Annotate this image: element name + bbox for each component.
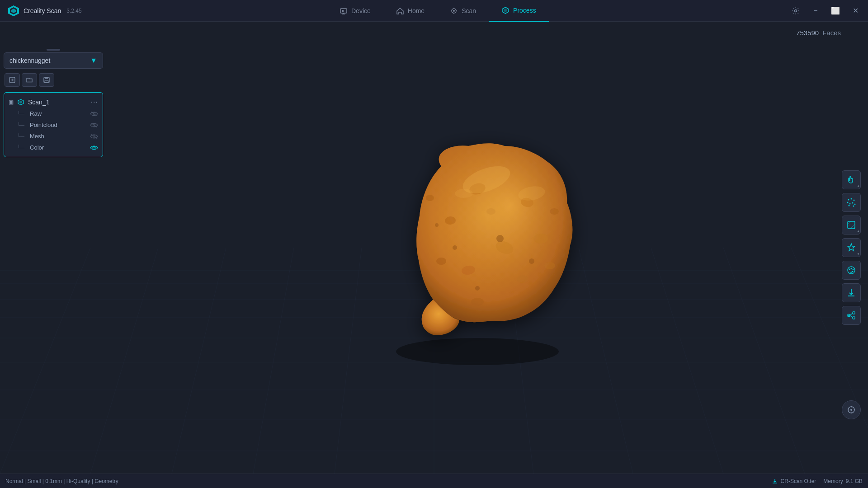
reset-view-button[interactable] — [842, 400, 861, 419]
panel-expand-handle[interactable] — [47, 49, 60, 51]
svg-marker-68 — [19, 101, 22, 103]
tree-item-pointcloud[interactable]: └─ Pointcloud — [4, 119, 103, 131]
project-dropdown[interactable]: chickennugget ▼ — [4, 52, 103, 69]
svg-point-82 — [852, 202, 854, 204]
titlebar-right: − ⬜ ✕ — [787, 2, 868, 20]
tab-process-label: Process — [513, 7, 536, 14]
svg-point-77 — [848, 199, 849, 201]
minimize-button[interactable]: − — [807, 2, 825, 20]
svg-point-90 — [853, 269, 854, 270]
status-text: Normal | Small | 0.1mm | Hi-Quality | Ge… — [5, 478, 118, 484]
close-button[interactable]: ✕ — [846, 2, 864, 20]
svg-point-91 — [852, 271, 854, 272]
tree-item-color[interactable]: └─ Color — [4, 142, 103, 153]
3d-model-viewport[interactable] — [360, 121, 595, 374]
faces-count-value: 753590 — [796, 29, 819, 37]
svg-point-57 — [453, 245, 457, 250]
open-folder-icon — [26, 76, 33, 84]
raw-visibility-icon — [90, 111, 98, 117]
settings-icon — [792, 7, 800, 15]
tree-item-raw[interactable]: └─ Raw — [4, 108, 103, 119]
pointcloud-visibility-icon — [90, 122, 98, 128]
svg-point-45 — [533, 234, 548, 244]
share-button[interactable] — [842, 306, 861, 325]
color-label: Color — [30, 144, 86, 151]
app-title: Creality Scan — [24, 7, 61, 14]
svg-point-51 — [544, 262, 555, 269]
share-icon — [846, 310, 856, 320]
svg-point-8 — [453, 10, 455, 12]
faces-label: Faces — [822, 29, 841, 37]
left-panel: chickennugget ▼ — [4, 49, 103, 157]
scan-name: Scan_1 — [28, 99, 87, 106]
svg-point-49 — [550, 208, 559, 215]
scan-more-button[interactable]: ··· — [91, 98, 98, 106]
tree-item-mesh[interactable]: └─ Mesh — [4, 131, 103, 142]
scatter-icon — [846, 197, 856, 207]
svg-point-85 — [853, 206, 854, 207]
tab-scan[interactable]: Scan — [437, 0, 489, 22]
svg-rect-93 — [853, 312, 855, 314]
save-button[interactable] — [39, 73, 54, 87]
tab-home[interactable]: Home — [383, 0, 437, 22]
open-folder-button[interactable] — [22, 73, 37, 87]
tab-device[interactable]: Device — [327, 0, 383, 22]
svg-point-15 — [795, 9, 797, 12]
panel-toolbar — [4, 71, 103, 89]
star-expand-arrow: ◂ — [857, 252, 859, 256]
svg-point-81 — [849, 203, 851, 205]
scan-tree-header[interactable]: ▣ Scan_1 ··· — [4, 96, 103, 108]
origin-tool-button[interactable]: ◂ — [842, 238, 861, 257]
color-tool-button[interactable] — [842, 261, 861, 280]
memory-status: Memory 9.1 GB — [823, 478, 863, 484]
texture-icon — [846, 220, 856, 230]
svg-point-79 — [854, 200, 855, 201]
raw-label: Raw — [30, 110, 86, 117]
device-status: CR-Scan Otter — [772, 478, 816, 484]
maximize-button[interactable]: ⬜ — [826, 2, 844, 20]
svg-marker-14 — [504, 9, 507, 12]
svg-point-78 — [851, 198, 852, 200]
mesh-visibility-icon — [90, 133, 98, 140]
memory-value: 9.1 GB — [846, 478, 863, 484]
tab-device-label: Device — [351, 7, 371, 14]
svg-point-60 — [435, 223, 439, 227]
hand-icon — [846, 175, 856, 185]
new-project-button[interactable] — [5, 73, 20, 87]
app-version: 3.2.45 — [66, 8, 81, 14]
scan-tree: ▣ Scan_1 ··· └─ Raw └─ — [4, 92, 103, 157]
faces-counter: 753590 Faces — [796, 29, 841, 37]
points-tool-button[interactable] — [842, 193, 861, 212]
texture-tool-button[interactable]: ◂ — [842, 216, 861, 235]
device-name: CR-Scan Otter — [781, 478, 816, 484]
tree-expand-icon[interactable]: ▣ — [9, 99, 14, 105]
svg-point-88 — [849, 269, 850, 270]
navigate-tool-button[interactable]: ◂ — [842, 170, 861, 189]
tab-process[interactable]: Process — [489, 0, 549, 22]
download-icon — [846, 288, 856, 298]
svg-point-39 — [396, 338, 559, 365]
viewport[interactable]: 753590 Faces — [0, 22, 868, 474]
device-icon — [340, 7, 348, 15]
hand-expand-arrow: ◂ — [857, 184, 859, 188]
svg-point-47 — [517, 275, 528, 283]
svg-rect-65 — [45, 77, 48, 79]
memory-label: Memory — [823, 478, 843, 484]
home-nav-icon — [396, 7, 404, 15]
settings-button[interactable] — [787, 2, 805, 20]
right-toolbar: ◂ ◂ — [842, 170, 861, 325]
export-button[interactable] — [842, 283, 861, 302]
svg-rect-94 — [853, 317, 855, 319]
palette-icon — [846, 265, 856, 275]
app-logo-area: Creality Scan 3.2.45 — [0, 5, 89, 17]
save-icon — [43, 76, 50, 84]
device-download-icon — [772, 478, 778, 484]
titlebar: Creality Scan 3.2.45 Device Home — [0, 0, 868, 22]
nav-tabs: Device Home Scan Process — [89, 0, 787, 22]
svg-point-92 — [850, 272, 852, 273]
svg-point-76 — [94, 147, 94, 148]
process-nav-icon — [501, 6, 509, 14]
project-name: chickennugget — [9, 57, 50, 64]
app-logo-icon — [7, 5, 20, 17]
svg-point-58 — [529, 258, 534, 264]
